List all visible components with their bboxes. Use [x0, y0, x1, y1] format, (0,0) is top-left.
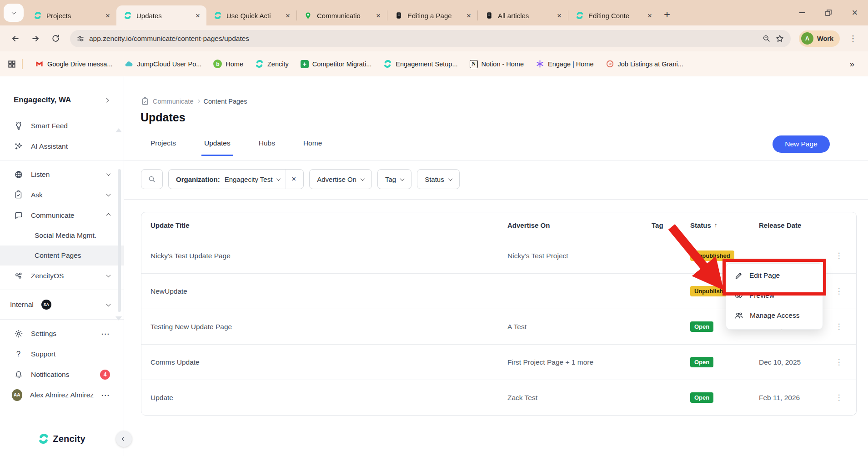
breadcrumb-page[interactable]: Content Pages — [203, 98, 247, 105]
bookmark-zencity[interactable]: Zencity — [249, 57, 295, 71]
chevron-down-icon[interactable] — [106, 273, 111, 277]
row-actions-button[interactable]: ⋮ — [831, 357, 847, 367]
sidebar-item-notifications[interactable]: Notifications 4 — [0, 364, 124, 385]
menu-item-preview[interactable]: Preview — [726, 286, 823, 306]
bookmark-star-icon[interactable] — [775, 34, 784, 43]
menu-item-label: Edit Page — [749, 271, 780, 280]
url-text[interactable]: app.zencity.io/communicate/content-pages… — [89, 35, 758, 43]
sidebar-item-internal[interactable]: Internal SA — [0, 294, 124, 316]
sidebar-item-label: AI Assistant — [31, 142, 110, 150]
filter-organization[interactable]: Organization: Engagecity Test × — [168, 169, 304, 189]
bookmark-job-listings[interactable]: Job Listings at Grani... — [600, 57, 689, 71]
bookmark-engage-home[interactable]: Engage | Home — [530, 57, 600, 71]
search-button[interactable] — [141, 169, 163, 189]
search-icon — [148, 175, 156, 183]
row-actions-button[interactable]: ⋮ — [831, 322, 847, 331]
breadcrumb-section[interactable]: Communicate — [153, 98, 193, 105]
table-row[interactable]: Comms Update First Project Page + 1 more… — [141, 344, 856, 380]
zencity-icon — [255, 60, 264, 68]
sidebar-item-user[interactable]: AA Alex Almirez Almirez ... — [0, 385, 124, 405]
chevron-up-icon[interactable] — [106, 213, 111, 218]
reload-button[interactable] — [46, 30, 65, 48]
sidebar-scroll-up-icon[interactable] — [115, 128, 122, 132]
close-icon[interactable]: × — [465, 11, 473, 20]
window-close-button[interactable]: × — [842, 0, 868, 25]
chevron-down-icon[interactable] — [106, 171, 111, 176]
column-update-title[interactable]: Update Title — [151, 221, 507, 229]
new-tab-button[interactable]: + — [664, 9, 670, 20]
browser-profile-chip[interactable]: A Work — [799, 30, 840, 47]
sidebar-scroll-down-icon[interactable] — [115, 316, 122, 321]
new-page-button[interactable]: New Page — [773, 135, 830, 153]
close-icon[interactable]: × — [194, 11, 202, 20]
menu-item-edit-page[interactable]: Edit Page — [726, 266, 823, 286]
close-icon[interactable]: × — [284, 11, 292, 20]
close-icon[interactable]: × — [646, 11, 654, 20]
sidebar-item-settings[interactable]: Settings ... — [0, 323, 124, 344]
row-actions-button[interactable]: ⋮ — [831, 393, 847, 402]
filter-tag[interactable]: Tag — [377, 169, 411, 189]
row-actions-button[interactable]: ⋮ — [831, 251, 847, 261]
back-button[interactable] — [6, 30, 25, 48]
bookmark-jumpcloud[interactable]: JumpCloud User Po... — [118, 57, 207, 71]
bookmark-engagement-setup[interactable]: Engagement Setup... — [377, 57, 463, 71]
tab-home[interactable]: Home — [301, 131, 325, 156]
zoom-icon[interactable] — [762, 34, 771, 43]
tab-hubs[interactable]: Hubs — [256, 131, 278, 156]
browser-tab-use-quick-actions[interactable]: Use Quick Acti × — [206, 5, 296, 25]
tab-search-button[interactable] — [4, 4, 24, 22]
sidebar-item-content-pages[interactable]: Content Pages — [0, 246, 124, 266]
sidebar-collapse-button[interactable] — [116, 431, 132, 447]
address-bar[interactable]: app.zencity.io/communicate/content-pages… — [70, 30, 791, 47]
chevron-down-icon[interactable] — [106, 192, 111, 196]
chevron-down-icon[interactable] — [106, 302, 111, 306]
browser-tab-all-articles[interactable]: All articles × — [478, 5, 568, 25]
column-release-date[interactable]: Release Date — [759, 221, 831, 229]
bookmark-home[interactable]: b Home — [207, 57, 249, 71]
more-options-icon[interactable]: ... — [101, 390, 110, 398]
column-status[interactable]: Status ↑ — [690, 221, 759, 229]
browser-menu-button[interactable]: ⋮ — [844, 34, 862, 44]
browser-tab-editing-a-page[interactable]: Editing a Page × — [387, 5, 477, 25]
tab-updates[interactable]: Updates — [201, 131, 233, 156]
browser-tab-editing-content[interactable]: Editing Conte × — [568, 5, 658, 25]
apps-grid-icon[interactable] — [7, 60, 16, 69]
tab-projects[interactable]: Projects — [148, 131, 179, 156]
bookmark-competitor-migration[interactable]: + Competitor Migrati... — [295, 57, 378, 71]
sidebar-item-ask[interactable]: Ask — [0, 185, 124, 205]
clear-filter-icon[interactable]: × — [291, 175, 296, 184]
sidebar-item-listen[interactable]: Listen — [0, 164, 124, 185]
filter-advertise-on[interactable]: Advertise On — [309, 169, 372, 189]
browser-tab-projects[interactable]: Projects × — [26, 5, 116, 25]
menu-item-manage-access[interactable]: Manage Access — [726, 306, 823, 326]
sparkles-icon — [14, 141, 23, 151]
filter-status[interactable]: Status — [417, 169, 460, 189]
window-restore-button[interactable] — [815, 0, 842, 25]
column-tag[interactable]: Tag — [652, 221, 690, 229]
bookmark-label: Notion - Home — [482, 60, 524, 68]
sidebar-item-ai-assistant[interactable]: AI Assistant — [0, 136, 124, 156]
sidebar-item-support[interactable]: ? Support — [0, 344, 124, 364]
close-icon[interactable]: × — [104, 11, 112, 20]
close-icon[interactable]: × — [555, 11, 563, 20]
chevron-right-icon[interactable] — [105, 98, 109, 102]
sidebar-item-smart-feed[interactable]: Smart Feed — [0, 115, 124, 136]
sidebar-scrollbar[interactable] — [118, 169, 121, 312]
window-minimize-button[interactable] — [789, 0, 815, 25]
bookmark-notion[interactable]: N Notion - Home — [464, 57, 530, 71]
sidebar-item-zencityos[interactable]: ZencityOS — [0, 266, 124, 286]
more-options-icon[interactable]: ... — [101, 328, 110, 336]
forward-button[interactable] — [26, 30, 45, 48]
browser-tab-communication[interactable]: Communicatio × — [297, 5, 387, 25]
sidebar-item-social-media-mgmt[interactable]: Social Media Mgmt. — [0, 225, 124, 246]
row-actions-button[interactable]: ⋮ — [831, 286, 847, 296]
bookmark-google-drive[interactable]: Google Drive messa... — [29, 57, 118, 71]
sidebar-item-communicate[interactable]: Communicate — [0, 205, 124, 225]
close-icon[interactable]: × — [374, 11, 382, 20]
browser-tab-updates[interactable]: Updates × — [116, 5, 206, 25]
column-advertise-on[interactable]: Advertise On — [507, 221, 652, 229]
cell-update-title: Comms Update — [151, 358, 507, 366]
table-row[interactable]: Update Zack Test Open Feb 11, 2026 ⋮ — [141, 380, 856, 415]
avatar: AA — [12, 389, 22, 401]
bookmarks-overflow-button[interactable]: » — [849, 59, 861, 69]
